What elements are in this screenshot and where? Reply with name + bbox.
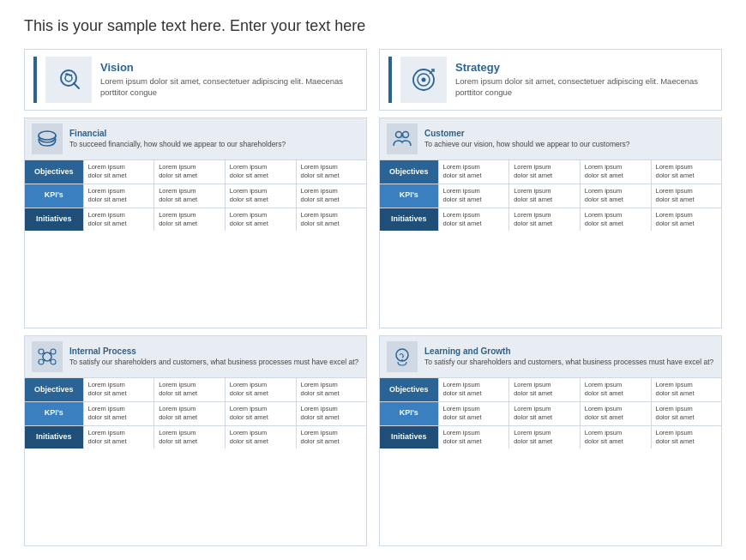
strategy-card: Strategy Lorem ipsum dolor sit amet, con… (379, 49, 722, 111)
vision-accent (33, 57, 37, 103)
table-cell: Lorem ipsumdolor sit amet (83, 401, 154, 425)
main-title: This is your sample text here. Enter you… (24, 17, 722, 35)
table-cell: Lorem ipsumdolor sit amet (296, 184, 366, 208)
internal-icon-box (32, 341, 63, 372)
initiatives-label: Initiatives (25, 425, 83, 449)
table-cell: Lorem ipsumdolor sit amet (154, 378, 226, 402)
objectives-label: Objectives (380, 160, 438, 184)
table-cell: Lorem ipsumdolor sit amet (651, 160, 721, 184)
learning-icon-box (387, 341, 418, 372)
table-cell: Lorem ipsumdolor sit amet (154, 160, 226, 184)
strategy-icon-box (400, 57, 447, 103)
financial-table: Objectives Lorem ipsumdolor sit amet Lor… (25, 160, 366, 231)
table-cell: Lorem ipsumdolor sit amet (580, 425, 651, 449)
learning-section: Learning and Growth To satisfy our share… (379, 335, 722, 546)
learning-header: Learning and Growth To satisfy our share… (380, 336, 721, 377)
vision-icon (53, 64, 84, 95)
table-cell: Lorem ipsumdolor sit amet (509, 184, 581, 208)
svg-point-3 (39, 131, 56, 140)
table-cell: Lorem ipsumdolor sit amet (225, 401, 296, 425)
vision-heading: Vision (100, 61, 358, 74)
page: This is your sample text here. Enter you… (0, 0, 746, 560)
svg-point-15 (422, 78, 426, 82)
financial-header-text: Financial To succeed financially, how sh… (69, 129, 286, 149)
table-cell: Lorem ipsumdolor sit amet (154, 401, 226, 425)
internal-heading: Internal Process (69, 346, 358, 356)
table-cell: Lorem ipsumdolor sit amet (225, 184, 296, 208)
objectives-label: Objectives (380, 378, 438, 402)
table-cell: Lorem ipsumdolor sit amet (651, 425, 721, 449)
table-cell: Lorem ipsumdolor sit amet (296, 160, 366, 184)
initiatives-label: Initiatives (25, 208, 83, 231)
table-cell: Lorem ipsumdolor sit amet (154, 208, 226, 231)
table-cell: Lorem ipsumdolor sit amet (580, 208, 651, 231)
table-cell: Lorem ipsumdolor sit amet (580, 160, 651, 184)
table-row: Objectives Lorem ipsumdolor sit amet Lor… (380, 160, 721, 184)
table-row: Initiatives Lorem ipsumdolor sit amet Lo… (25, 208, 366, 231)
table-cell: Lorem ipsumdolor sit amet (580, 401, 651, 425)
strategy-text: Strategy Lorem ipsum dolor sit amet, con… (455, 61, 713, 99)
svg-point-8 (51, 359, 56, 364)
table-cell: Lorem ipsumdolor sit amet (651, 184, 721, 208)
table-row: Initiatives Lorem ipsumdolor sit amet Lo… (25, 425, 366, 449)
left-column: Vision Lorem ipsum dolor sit amet, conse… (24, 49, 367, 546)
table-cell: Lorem ipsumdolor sit amet (83, 425, 154, 449)
svg-point-20 (396, 349, 408, 361)
table-cell: Lorem ipsumdolor sit amet (438, 184, 509, 208)
kpi-label: KPI's (25, 184, 83, 208)
table-cell: Lorem ipsumdolor sit amet (580, 378, 651, 402)
vision-icon-box (45, 57, 92, 103)
financial-subtext: To succeed financially, how should we ap… (69, 140, 286, 149)
vision-card: Vision Lorem ipsum dolor sit amet, conse… (24, 49, 367, 111)
financial-heading: Financial (69, 129, 286, 138)
table-cell: Lorem ipsumdolor sit amet (83, 160, 154, 184)
table-cell: Lorem ipsumdolor sit amet (296, 208, 366, 231)
table-row: Objectives Lorem ipsumdolor sit amet Lor… (25, 160, 366, 184)
customer-header-text: Customer To achieve our vision, how shou… (424, 129, 630, 149)
learning-subtext: To satisfy our shareholders and customer… (424, 358, 713, 367)
table-row: Initiatives Lorem ipsumdolor sit amet Lo… (380, 208, 721, 231)
learning-heading: Learning and Growth (424, 346, 713, 356)
internal-icon (35, 345, 59, 369)
table-cell: Lorem ipsumdolor sit amet (154, 425, 226, 449)
table-cell: Lorem ipsumdolor sit amet (83, 184, 154, 208)
kpi-label: KPI's (380, 401, 438, 425)
customer-table: Objectives Lorem ipsumdolor sit amet Lor… (380, 160, 721, 231)
strategy-icon (408, 64, 439, 95)
svg-point-19 (400, 135, 405, 139)
svg-point-4 (43, 352, 51, 361)
table-cell: Lorem ipsumdolor sit amet (225, 425, 296, 449)
table-row: KPI's Lorem ipsumdolor sit amet Lorem ip… (380, 401, 721, 425)
svg-point-21 (401, 359, 403, 361)
table-cell: Lorem ipsumdolor sit amet (225, 208, 296, 231)
svg-line-2 (74, 83, 79, 88)
table-cell: Lorem ipsumdolor sit amet (438, 425, 509, 449)
learning-header-text: Learning and Growth To satisfy our share… (424, 346, 713, 367)
right-column: Strategy Lorem ipsum dolor sit amet, con… (379, 49, 722, 546)
internal-header-text: Internal Process To satisfy our sharehol… (69, 346, 358, 367)
table-row: Objectives Lorem ipsumdolor sit amet Lor… (380, 378, 721, 402)
strategy-heading: Strategy (455, 61, 713, 74)
financial-icon (35, 127, 59, 151)
table-cell: Lorem ipsumdolor sit amet (509, 425, 581, 449)
svg-point-5 (39, 349, 44, 354)
table-cell: Lorem ipsumdolor sit amet (509, 401, 581, 425)
internal-header: Internal Process To satisfy our sharehol… (25, 336, 366, 377)
financial-header: Financial To succeed financially, how sh… (25, 118, 366, 160)
strategy-desc: Lorem ipsum dolor sit amet, consectetuer… (455, 76, 713, 99)
learning-icon (390, 345, 414, 369)
main-content: Vision Lorem ipsum dolor sit amet, conse… (24, 49, 722, 546)
table-cell: Lorem ipsumdolor sit amet (296, 378, 366, 402)
initiatives-label: Initiatives (380, 425, 438, 449)
financial-icon-box (32, 123, 63, 154)
internal-section: Internal Process To satisfy our sharehol… (24, 335, 367, 546)
table-cell: Lorem ipsumdolor sit amet (83, 208, 154, 231)
vision-text: Vision Lorem ipsum dolor sit amet, conse… (100, 61, 358, 99)
table-cell: Lorem ipsumdolor sit amet (580, 184, 651, 208)
table-cell: Lorem ipsumdolor sit amet (83, 378, 154, 402)
customer-heading: Customer (424, 129, 630, 138)
table-cell: Lorem ipsumdolor sit amet (296, 425, 366, 449)
internal-subtext: To satisfy our shareholders and customer… (69, 358, 358, 367)
customer-section: Customer To achieve our vision, how shou… (379, 117, 722, 328)
table-cell: Lorem ipsumdolor sit amet (509, 208, 581, 231)
